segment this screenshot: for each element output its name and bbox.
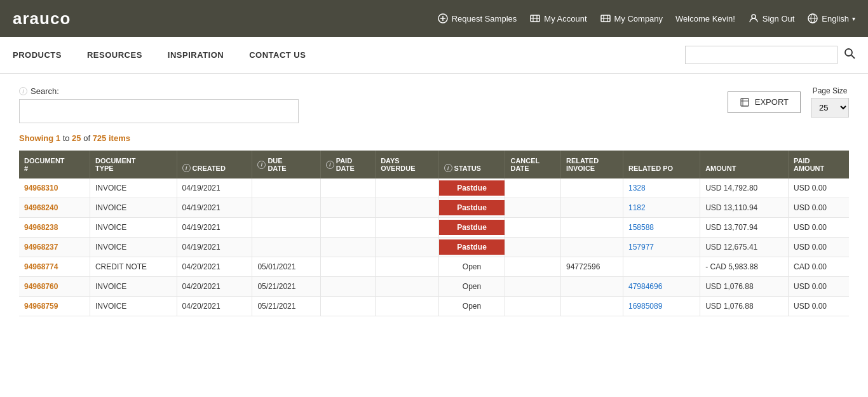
- doc-num-link[interactable]: 94968759: [24, 302, 58, 311]
- cell-cancel-date: [505, 218, 560, 238]
- cell-paid-amount: USD 0.00: [788, 198, 849, 218]
- cell-paid-amount: USD 0.00: [788, 297, 849, 316]
- export-button[interactable]: EXPORT: [728, 91, 801, 113]
- cell-doc-type: INVOICE: [90, 238, 177, 257]
- my-company-link[interactable]: My Company: [600, 13, 663, 24]
- page-size-select[interactable]: 25 50 100: [811, 98, 849, 118]
- showing-total: 725: [93, 133, 107, 143]
- svg-line-16: [851, 55, 855, 58]
- cell-due-date: 05/21/2021: [252, 297, 320, 316]
- cell-related-po: 47984696: [623, 277, 700, 297]
- cell-created: 04/19/2021: [177, 238, 252, 257]
- cell-due-date: [252, 178, 320, 198]
- table-row: 94968237 INVOICE 04/19/2021 Pastdue 1579…: [19, 238, 849, 257]
- nav-contact-us[interactable]: CONTACT US: [249, 50, 306, 60]
- table-search-input[interactable]: [19, 99, 299, 123]
- cell-doc-num[interactable]: 94968237: [19, 238, 90, 257]
- cell-related-po: 1182: [623, 198, 700, 218]
- cell-doc-num[interactable]: 94968310: [19, 178, 90, 198]
- cell-days-overdue: [376, 297, 438, 316]
- cell-amount: USD 13,110.94: [700, 198, 789, 218]
- logo: arauco: [13, 9, 71, 29]
- cell-related-po: [623, 257, 700, 277]
- nav-inspiration[interactable]: INSPIRATION: [168, 50, 224, 60]
- cell-doc-num[interactable]: 94968774: [19, 257, 90, 277]
- cell-related-po: 157977: [623, 238, 700, 257]
- cell-days-overdue: [376, 277, 438, 297]
- col-header-created: i CREATED: [177, 151, 252, 178]
- chevron-down-icon: ▾: [852, 15, 855, 22]
- cell-cancel-date: [505, 238, 560, 257]
- cell-related-po: 158588: [623, 218, 700, 238]
- status-badge-pastdue: Pastdue: [439, 220, 505, 235]
- doc-num-link[interactable]: 94968310: [24, 184, 58, 192]
- cell-status: Open: [438, 297, 505, 316]
- status-badge-pastdue: Pastdue: [439, 200, 505, 215]
- cell-doc-type: CREDIT NOTE: [90, 257, 177, 277]
- invoices-table: DOCUMENT# DOCUMENTTYPE i CREATED i DUEDA…: [19, 151, 849, 316]
- globe-icon: [807, 13, 818, 24]
- sign-out-link[interactable]: Sign Out: [748, 13, 795, 24]
- cell-doc-type: INVOICE: [90, 198, 177, 218]
- cell-days-overdue: [376, 218, 438, 238]
- cell-related-po: 16985089: [623, 297, 700, 316]
- status-badge-pastdue: Pastdue: [439, 180, 505, 196]
- cell-paid-date: [320, 198, 376, 218]
- search-button[interactable]: [844, 48, 855, 62]
- table-row: 94968760 INVOICE 04/20/2021 05/21/2021 O…: [19, 277, 849, 297]
- cell-doc-num[interactable]: 94968759: [19, 297, 90, 316]
- status-badge-open: Open: [439, 262, 505, 271]
- doc-num-link[interactable]: 94968760: [24, 282, 58, 291]
- nav-products[interactable]: PRODUCTS: [13, 50, 62, 60]
- request-samples-link[interactable]: Request Samples: [437, 13, 517, 24]
- col-header-amount: AMOUNT: [700, 151, 789, 178]
- doc-num-link[interactable]: 94968240: [24, 203, 58, 212]
- content-area: i Search: EXPORT Page Size 25 50 100: [0, 74, 868, 397]
- cell-status: Open: [438, 277, 505, 297]
- col-header-paid-date: i PAIDDATE: [320, 151, 376, 178]
- cell-due-date: [252, 238, 320, 257]
- cell-created: 04/19/2021: [177, 218, 252, 238]
- my-company-icon: [600, 13, 611, 24]
- cell-amount: USD 14,792.80: [700, 178, 789, 198]
- cell-doc-num[interactable]: 94968760: [19, 277, 90, 297]
- status-badge-pastdue: Pastdue: [439, 239, 505, 255]
- cell-amount: USD 12,675.41: [700, 238, 789, 257]
- cell-created: 04/20/2021: [177, 277, 252, 297]
- status-badge-open: Open: [439, 282, 505, 291]
- cell-status: Open: [438, 257, 505, 277]
- cell-days-overdue: [376, 198, 438, 218]
- col-header-days-overdue: DAYSOVERDUE: [376, 151, 438, 178]
- nav-resources[interactable]: RESOURCES: [87, 50, 142, 60]
- cell-days-overdue: [376, 238, 438, 257]
- status-info-icon: i: [444, 164, 452, 172]
- cell-created: 04/19/2021: [177, 198, 252, 218]
- my-account-link[interactable]: My Account: [529, 13, 587, 24]
- main-search-input[interactable]: [685, 46, 837, 64]
- language-selector[interactable]: English ▾: [807, 13, 855, 24]
- search-left-section: i Search:: [19, 86, 299, 123]
- status-badge-open: Open: [439, 302, 505, 311]
- cell-related-invoice: [560, 277, 623, 297]
- cell-doc-type: INVOICE: [90, 277, 177, 297]
- doc-num-link[interactable]: 94968237: [24, 243, 58, 252]
- doc-num-link[interactable]: 94968238: [24, 223, 58, 232]
- cell-doc-num[interactable]: 94968240: [19, 198, 90, 218]
- table-row: 94968310 INVOICE 04/19/2021 Pastdue 1328…: [19, 178, 849, 198]
- search-icon: [844, 48, 855, 59]
- doc-num-link[interactable]: 94968774: [24, 262, 58, 271]
- cell-amount: USD 13,707.94: [700, 218, 789, 238]
- col-header-paid-amount: PAIDAMOUNT: [788, 151, 849, 178]
- welcome-text: Welcome Kevin!: [675, 14, 735, 24]
- cell-doc-num[interactable]: 94968238: [19, 218, 90, 238]
- sign-out-icon: [748, 13, 759, 24]
- search-info-icon: i: [19, 87, 27, 95]
- cell-related-invoice: [560, 178, 623, 198]
- showing-from: 1: [56, 133, 60, 143]
- table-row: 94968774 CREDIT NOTE 04/20/2021 05/01/20…: [19, 257, 849, 277]
- cell-created: 04/19/2021: [177, 178, 252, 198]
- paid-date-info-icon: i: [326, 161, 334, 169]
- svg-rect-17: [741, 98, 749, 106]
- svg-point-15: [845, 49, 852, 56]
- cell-status: Pastdue: [438, 238, 505, 257]
